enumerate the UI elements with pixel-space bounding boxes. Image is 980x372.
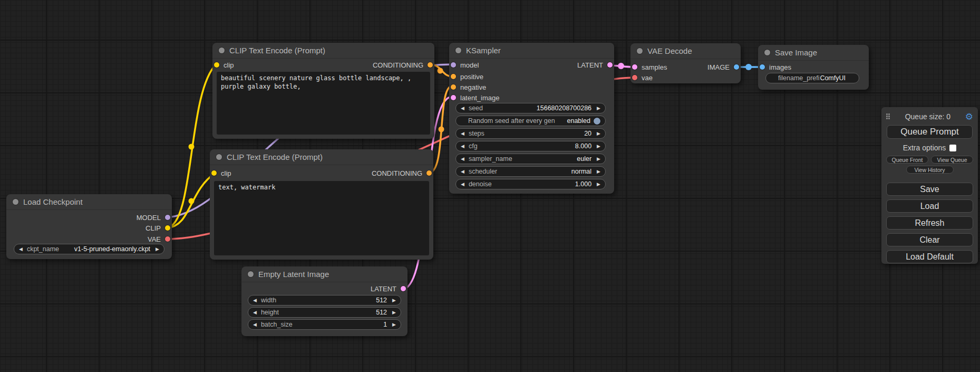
input-port-clip[interactable] [214,62,219,68]
output-port-latent[interactable] [401,286,406,291]
denoise-widget[interactable]: ◀ denoise 1.000 ▶ [455,179,606,189]
seed-widget[interactable]: ◀ seed 156680208700286 ▶ [455,103,606,113]
input-port-negative[interactable] [451,84,456,90]
input-port-latent-image[interactable] [451,95,456,100]
node-title: CLIP Text Encode (Prompt) [227,152,323,161]
increment-arrow-icon[interactable]: ▶ [597,106,600,111]
node-status-dot-icon [764,50,770,55]
queue-prompt-button[interactable]: Queue Prompt [887,125,973,139]
increment-arrow-icon[interactable]: ▶ [392,322,396,327]
output-port-conditioning[interactable] [426,170,432,176]
widget-value: 20 [584,130,591,137]
widget-label: Random seed after every gen [468,117,555,125]
decrement-arrow-icon[interactable]: ◀ [253,322,257,327]
next-arrow-icon[interactable]: ▶ [156,247,159,252]
drag-handle-icon[interactable] [886,113,890,120]
batch-size-widget[interactable]: ◀ batch_size 1 ▶ [248,319,401,330]
node-vae-decode[interactable]: VAE Decode samples IMAGE vae [630,43,741,83]
node-title-bar[interactable]: KSampler [449,43,614,59]
increment-arrow-icon[interactable]: ▶ [597,182,600,187]
node-load-checkpoint[interactable]: Load Checkpoint MODEL CLIP VAE ◀ ckpt_na… [6,194,172,259]
widget-label: cfg [469,142,478,150]
prompt-text-input[interactable]: text, watermark [214,181,429,255]
widget-label: scheduler [469,168,497,175]
filename-prefix-widget[interactable]: filename_prefix ComfyUI [765,73,859,83]
queue-front-button[interactable]: Queue Front [886,156,928,164]
node-status-dot-icon [637,48,643,54]
input-port-positive[interactable] [451,74,456,79]
increment-arrow-icon[interactable]: ▶ [597,131,600,136]
input-port-model[interactable] [451,62,456,68]
input-port-clip[interactable] [211,170,217,176]
decrement-arrow-icon[interactable]: ◀ [253,310,257,315]
next-arrow-icon[interactable]: ▶ [597,169,600,174]
width-widget[interactable]: ◀ width 512 ▶ [248,295,401,306]
node-empty-latent-image[interactable]: Empty Latent Image LATENT ◀ width 512 ▶ … [241,266,407,336]
view-history-button[interactable]: View History [906,166,954,174]
prev-arrow-icon[interactable]: ◀ [461,169,464,174]
height-widget[interactable]: ◀ height 512 ▶ [248,307,401,318]
save-button[interactable]: Save [886,183,973,196]
decrement-arrow-icon[interactable]: ◀ [461,106,464,111]
view-queue-button[interactable]: View Queue [931,156,973,164]
node-title-bar[interactable]: CLIP Text Encode (Prompt) [210,149,433,165]
load-button[interactable]: Load [886,199,973,213]
node-graph-canvas[interactable]: Load Checkpoint MODEL CLIP VAE ◀ ckpt_na… [0,0,980,372]
widget-label: denoise [469,180,492,188]
widget-label: width [261,297,276,304]
clear-button[interactable]: Clear [886,233,973,246]
widget-label: height [261,309,279,316]
output-label: CLIP [145,224,161,232]
prev-arrow-icon[interactable]: ◀ [19,247,23,252]
output-port-clip[interactable] [165,225,170,231]
decrement-arrow-icon[interactable]: ◀ [461,182,464,187]
scheduler-widget[interactable]: ◀ scheduler normal ▶ [455,166,606,177]
node-save-image[interactable]: Save Image images filename_prefix ComfyU… [758,45,869,90]
node-title-bar[interactable]: Empty Latent Image [241,266,407,282]
node-ksampler[interactable]: KSampler model LATENT positive negative … [449,43,614,194]
output-port-model[interactable] [165,215,170,220]
ckpt-name-widget[interactable]: ◀ ckpt_name v1-5-pruned-emaonly.ckpt ▶ [14,244,164,254]
decrement-arrow-icon[interactable]: ◀ [461,131,464,136]
widget-label: ckpt_name [27,245,59,253]
node-title-bar[interactable]: VAE Decode [630,43,741,59]
increment-arrow-icon[interactable]: ▶ [392,298,396,303]
widget-value: 156680208700286 [537,104,591,112]
output-label: LATENT [371,285,396,293]
wire-dot [439,127,444,132]
output-port-conditioning[interactable] [428,62,433,68]
node-title-bar[interactable]: Save Image [758,45,869,61]
node-clip-text-encode-positive[interactable]: CLIP Text Encode (Prompt) clip CONDITION… [212,43,434,139]
increment-arrow-icon[interactable]: ▶ [597,144,600,149]
steps-widget[interactable]: ◀ steps 20 ▶ [455,128,606,139]
input-label: positive [460,73,483,81]
node-title-bar[interactable]: Load Checkpoint [6,194,172,210]
load-default-button[interactable]: Load Default [886,250,973,263]
cfg-widget[interactable]: ◀ cfg 8.000 ▶ [455,141,606,151]
decrement-arrow-icon[interactable]: ◀ [253,298,257,303]
prompt-text-input[interactable]: beautiful scenery nature glass bottle la… [217,72,430,135]
input-label: samples [642,63,667,71]
toggle-icon[interactable] [594,118,600,125]
settings-gear-icon[interactable]: ⚙ [965,112,973,121]
output-port-vae[interactable] [165,236,170,242]
input-port-samples[interactable] [632,64,637,70]
node-clip-text-encode-negative[interactable]: CLIP Text Encode (Prompt) clip CONDITION… [210,149,433,260]
wire-dot [189,144,195,150]
node-status-dot-icon [219,47,225,53]
input-port-images[interactable] [760,64,765,70]
refresh-button[interactable]: Refresh [886,216,973,230]
node-status-dot-icon [216,154,222,160]
decrement-arrow-icon[interactable]: ◀ [461,144,464,149]
input-port-vae[interactable] [632,75,637,80]
extra-options-checkbox[interactable] [949,145,956,151]
queue-panel[interactable]: Queue size: 0 ⚙ Queue Prompt Extra optio… [881,107,978,264]
random-seed-widget[interactable]: Random seed after every gen enabled [455,116,606,126]
output-port-latent[interactable] [607,62,613,68]
node-title-bar[interactable]: CLIP Text Encode (Prompt) [212,43,434,59]
prev-arrow-icon[interactable]: ◀ [461,157,464,161]
increment-arrow-icon[interactable]: ▶ [392,310,396,315]
next-arrow-icon[interactable]: ▶ [597,157,600,161]
sampler-name-widget[interactable]: ◀ sampler_name euler ▶ [455,154,606,164]
output-port-image[interactable] [734,64,739,70]
